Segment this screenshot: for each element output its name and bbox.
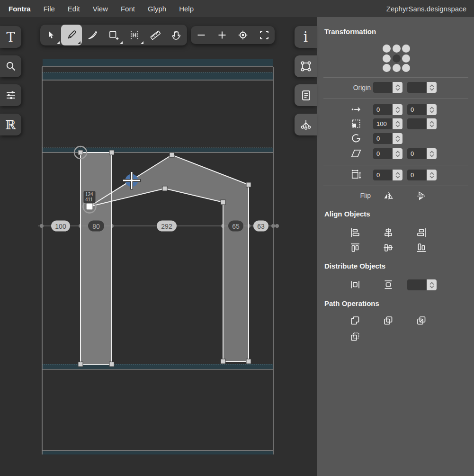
rotation-value[interactable]: 0 bbox=[373, 133, 393, 144]
intersect-button[interactable] bbox=[416, 315, 427, 326]
align-center-horizontal-button[interactable] bbox=[383, 227, 394, 238]
node[interactable] bbox=[109, 150, 114, 155]
flip-vertical-button[interactable] bbox=[416, 190, 427, 202]
measure-tool[interactable] bbox=[145, 25, 166, 45]
origin-dot-center[interactable] bbox=[393, 54, 401, 63]
pointer-tool[interactable] bbox=[40, 25, 61, 45]
sidebar-tab-glyph-notes[interactable] bbox=[295, 84, 317, 106]
pen-icon bbox=[66, 29, 77, 41]
move-y-input[interactable]: 0 bbox=[407, 104, 437, 115]
node[interactable] bbox=[246, 359, 251, 364]
node[interactable] bbox=[162, 186, 167, 191]
skew-y-input[interactable]: 0 bbox=[407, 148, 437, 159]
move-x-input[interactable]: 0 bbox=[373, 104, 402, 115]
skew-x-stepper[interactable] bbox=[393, 148, 402, 159]
origin-dot-middle-right[interactable] bbox=[402, 54, 410, 63]
menu-edit[interactable]: Edit bbox=[68, 5, 80, 13]
origin-dot-top-right[interactable] bbox=[402, 45, 410, 53]
origin-x-input[interactable] bbox=[373, 82, 402, 93]
selected-node[interactable] bbox=[86, 203, 93, 210]
rotation-input[interactable]: 0 bbox=[373, 133, 402, 144]
skew-y-stepper[interactable] bbox=[427, 148, 437, 159]
height-stepper[interactable] bbox=[427, 170, 437, 180]
pen-tool[interactable] bbox=[61, 25, 82, 45]
move-y-value[interactable]: 0 bbox=[407, 104, 427, 115]
menu-view[interactable]: View bbox=[93, 5, 108, 13]
distribute-horizontal-button[interactable] bbox=[349, 279, 361, 290]
align-left-button[interactable] bbox=[349, 227, 361, 238]
height-value[interactable]: 0 bbox=[407, 170, 427, 180]
align-bottom-button[interactable] bbox=[416, 242, 427, 253]
distribute-vertical-button[interactable] bbox=[383, 279, 394, 290]
origin-dot-bottom-left[interactable] bbox=[383, 64, 391, 72]
origin-dot-bottom-center[interactable] bbox=[393, 64, 401, 72]
distribute-value-input[interactable] bbox=[407, 279, 437, 290]
exclude-button[interactable] bbox=[349, 331, 361, 342]
skew-x-input[interactable]: 0 bbox=[373, 148, 402, 159]
scale-y-value[interactable] bbox=[407, 118, 427, 129]
flip-horizontal-button[interactable] bbox=[383, 190, 394, 202]
menu-help[interactable]: Help bbox=[179, 5, 194, 13]
node[interactable] bbox=[78, 362, 83, 367]
skew-x-value[interactable]: 0 bbox=[373, 148, 393, 159]
menu-font[interactable]: Font bbox=[121, 5, 135, 13]
node[interactable] bbox=[170, 153, 174, 157]
sidebar-tab-designspace-axes[interactable] bbox=[0, 84, 21, 106]
align-middle-vertical-button[interactable] bbox=[383, 242, 394, 253]
rotation-stepper[interactable] bbox=[393, 133, 402, 144]
origin-dot-top-center[interactable] bbox=[393, 45, 401, 53]
hand-tool[interactable] bbox=[166, 25, 187, 45]
sidebar-tab-glyph-search[interactable] bbox=[0, 55, 21, 77]
zoom-out-button[interactable] bbox=[191, 26, 212, 44]
width-value[interactable]: 0 bbox=[373, 170, 393, 180]
glyph-editor-canvas[interactable]: 100 80 292 65 63 bbox=[0, 17, 317, 476]
move-x-value[interactable]: 0 bbox=[373, 104, 393, 115]
metrics-tool[interactable] bbox=[124, 25, 145, 45]
node[interactable] bbox=[109, 362, 114, 367]
sidebar-tab-selection-info[interactable]: i bbox=[295, 26, 317, 48]
origin-y-input[interactable] bbox=[407, 82, 437, 93]
align-objects-title: Align Objects bbox=[324, 210, 370, 218]
scale-x-value[interactable]: 100 bbox=[373, 118, 393, 129]
sidebar-tab-transformation[interactable] bbox=[295, 55, 317, 77]
origin-dot-top-left[interactable] bbox=[383, 45, 391, 53]
shape-tool[interactable] bbox=[103, 25, 124, 45]
scale-y-stepper[interactable] bbox=[427, 118, 437, 129]
height-input[interactable]: 0 bbox=[407, 170, 437, 180]
distribute-value[interactable] bbox=[407, 279, 427, 290]
node[interactable] bbox=[78, 150, 83, 155]
width-input[interactable]: 0 bbox=[373, 170, 402, 180]
menu-glyph[interactable]: Glyph bbox=[148, 5, 166, 13]
sidebar-tab-text-entry[interactable]: T bbox=[0, 26, 21, 48]
origin-y-value[interactable] bbox=[407, 82, 427, 93]
scale-x-input[interactable]: 100 bbox=[373, 118, 402, 129]
node[interactable] bbox=[246, 182, 251, 187]
origin-x-stepper[interactable] bbox=[393, 82, 402, 93]
move-x-stepper[interactable] bbox=[393, 104, 402, 115]
width-stepper[interactable] bbox=[393, 170, 402, 180]
menu-fontra[interactable]: Fontra bbox=[9, 5, 31, 13]
origin-y-stepper[interactable] bbox=[427, 82, 437, 93]
distribute-stepper[interactable] bbox=[427, 279, 437, 290]
origin-dot-middle-left[interactable] bbox=[383, 54, 391, 63]
align-right-button[interactable] bbox=[416, 227, 427, 238]
origin-x-value[interactable] bbox=[373, 82, 393, 93]
menu-file[interactable]: File bbox=[44, 5, 55, 13]
origin-dot-bottom-right[interactable] bbox=[402, 64, 410, 72]
zoom-frame-button[interactable] bbox=[254, 26, 275, 44]
sidebar-tab-related-glyphs[interactable] bbox=[295, 114, 317, 135]
node[interactable] bbox=[221, 200, 225, 205]
glyph-canvas-svg[interactable]: 100 80 292 65 63 bbox=[0, 17, 317, 476]
subtract-button[interactable] bbox=[383, 315, 394, 326]
skew-y-value[interactable]: 0 bbox=[407, 148, 427, 159]
zoom-fit-selection-button[interactable] bbox=[233, 26, 253, 44]
scale-x-stepper[interactable] bbox=[393, 118, 402, 129]
zoom-in-button[interactable] bbox=[212, 26, 233, 44]
knife-tool[interactable] bbox=[82, 25, 103, 45]
union-button[interactable] bbox=[349, 315, 361, 326]
scale-y-input[interactable] bbox=[407, 118, 437, 129]
align-top-button[interactable] bbox=[349, 242, 361, 253]
node[interactable] bbox=[221, 359, 225, 364]
sidebar-tab-reference-font[interactable]: ℝ bbox=[0, 114, 21, 135]
move-y-stepper[interactable] bbox=[427, 104, 437, 115]
